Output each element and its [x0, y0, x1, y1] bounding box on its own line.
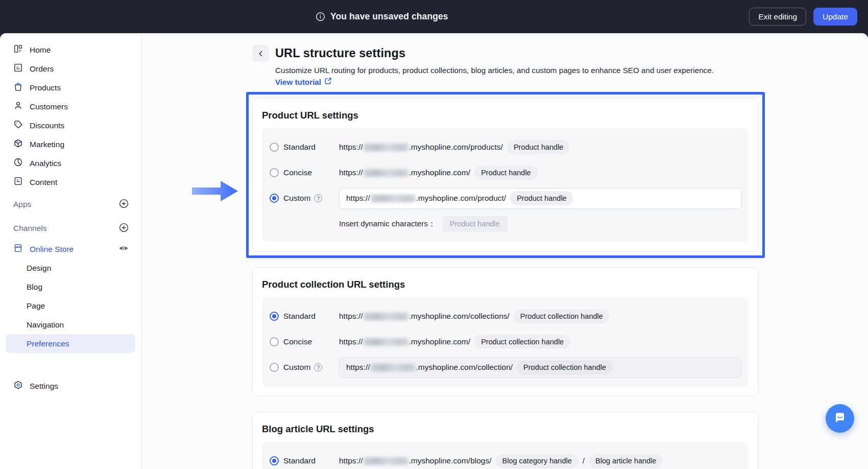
option-label: Concise — [283, 168, 312, 177]
update-button[interactable]: Update — [813, 8, 857, 26]
url-suffix: .myshopline.com/ — [409, 337, 471, 346]
sidebar-item-discounts[interactable]: Discounts — [0, 116, 141, 135]
storefront-icon — [13, 243, 23, 255]
collection-concise-row: Concise https:// .myshopline.com/ Produc… — [270, 329, 742, 355]
sidebar-item-label: Orders — [30, 64, 54, 74]
blog-category-handle-chip: Blog category handle — [496, 454, 578, 468]
blurred-store-name — [364, 457, 408, 465]
insert-dynamic-characters-row: Insert dynamic characters： Product handl… — [339, 213, 742, 235]
topbar: You have unsaved changes Exit editing Up… — [0, 0, 868, 33]
sidebar-section-channels[interactable]: Channels — [0, 217, 141, 240]
product-handle-chip: Product handle — [474, 166, 538, 180]
product-custom-url-input[interactable]: https:// .myshopline.com/product/ Produc… — [339, 188, 742, 209]
sidebar-item-customers[interactable]: Customers — [0, 97, 141, 116]
url-suffix: .myshopline.com/blogs/ — [409, 456, 492, 465]
sidebar-item-label: Analytics — [30, 159, 61, 168]
sub-item-label: Page — [27, 301, 45, 311]
sub-item-label: Blog — [27, 283, 42, 292]
url-prefix: https:// — [346, 194, 370, 203]
blog-url-options-panel: Standard https:// .myshopline.com/blogs/… — [262, 441, 748, 469]
blurred-store-name — [364, 144, 408, 151]
url-prefix: https:// — [339, 337, 363, 346]
product-handle-chip: Product handle — [507, 140, 570, 154]
sidebar-item-page[interactable]: Page — [6, 296, 135, 315]
chip-separator: / — [583, 456, 585, 465]
chat-widget-button[interactable] — [826, 404, 854, 433]
sub-item-label: Navigation — [27, 320, 64, 330]
product-url-options-panel: Standard https:// .myshopline.com/produc… — [262, 128, 748, 242]
sidebar-item-analytics[interactable]: Analytics — [0, 154, 141, 173]
external-link-icon — [324, 77, 332, 87]
annotation-highlight-box: Product URL settings Standard https:// .… — [246, 92, 765, 258]
blog-article-handle-chip: Blog article handle — [589, 454, 663, 468]
help-icon[interactable]: ? — [314, 363, 322, 371]
apps-label: Apps — [13, 200, 31, 209]
sidebar-item-navigation[interactable]: Navigation — [6, 315, 135, 334]
plus-icon[interactable] — [119, 199, 129, 210]
collection-custom-radio[interactable] — [270, 363, 279, 372]
sidebar-item-products[interactable]: Products — [0, 78, 141, 97]
page-description: Customize URL routing for products, prod… — [275, 66, 868, 75]
collection-handle-chip: Product collection handle — [514, 309, 610, 323]
tutorial-link-row[interactable]: View tutorial — [275, 77, 868, 87]
option-label: Concise — [283, 337, 312, 346]
sidebar-item-preferences[interactable]: Preferences — [6, 334, 135, 353]
main-content: URL structure settings Customize URL rou… — [142, 33, 868, 469]
product-concise-radio[interactable] — [270, 168, 279, 177]
url-prefix: https:// — [339, 168, 363, 177]
option-label: Standard — [283, 143, 316, 152]
collection-handle-chip: Product collection handle — [517, 360, 613, 374]
unsaved-changes-banner: You have unsaved changes — [316, 0, 448, 33]
collection-url-settings-card: Product collection URL settings Standard… — [252, 267, 759, 396]
help-icon[interactable]: ? — [314, 194, 322, 202]
banner-text: You have unsaved changes — [330, 11, 448, 22]
sidebar-item-settings[interactable]: Settings — [0, 377, 141, 395]
url-suffix: .myshopline.com/collection/ — [416, 363, 513, 372]
sidebar-item-label: Products — [30, 83, 61, 92]
insert-product-handle-button[interactable]: Product handle — [442, 216, 508, 232]
sidebar-item-orders[interactable]: Orders — [0, 59, 141, 78]
orders-icon — [13, 63, 23, 75]
sidebar-item-content[interactable]: Content — [0, 173, 141, 192]
exit-editing-button[interactable]: Exit editing — [749, 8, 806, 26]
view-tutorial-link[interactable]: View tutorial — [275, 78, 321, 86]
sidebar-item-online-store[interactable]: Online Store — [0, 240, 141, 259]
collection-standard-radio[interactable] — [270, 312, 279, 321]
url-prefix: https:// — [339, 143, 363, 152]
url-suffix: .myshopline.com/product/ — [416, 194, 507, 203]
sidebar-item-label: Discounts — [30, 121, 64, 130]
customers-icon — [13, 101, 23, 112]
insert-label: Insert dynamic characters： — [339, 219, 436, 229]
sidebar-item-label: Marketing — [30, 140, 64, 149]
product-custom-row: Custom ? https:// .myshopline.com/produc… — [270, 185, 742, 211]
collection-concise-radio[interactable] — [270, 337, 279, 346]
marketing-icon — [13, 138, 23, 150]
collection-custom-url-input[interactable]: https:// .myshopline.com/collection/ Pro… — [339, 357, 742, 378]
product-standard-radio[interactable] — [270, 143, 279, 152]
back-button[interactable] — [252, 45, 269, 62]
product-standard-row: Standard https:// .myshopline.com/produc… — [270, 134, 742, 160]
collection-standard-row: Standard https:// .myshopline.com/collec… — [270, 303, 742, 329]
collection-url-options-panel: Standard https:// .myshopline.com/collec… — [262, 297, 748, 387]
blog-standard-radio[interactable] — [270, 456, 279, 465]
url-suffix: .myshopline.com/ — [409, 168, 471, 177]
sidebar-item-blog[interactable]: Blog — [6, 277, 135, 296]
sidebar-item-label: Settings — [30, 382, 58, 391]
eye-icon[interactable] — [118, 243, 129, 255]
option-label: Standard — [283, 312, 316, 321]
card-title: Product collection URL settings — [262, 279, 748, 290]
sidebar-item-home[interactable]: Home — [0, 40, 141, 59]
sidebar-item-marketing[interactable]: Marketing — [0, 135, 141, 154]
product-handle-chip: Product handle — [510, 191, 573, 205]
card-title: Product URL settings — [262, 110, 748, 121]
product-custom-radio[interactable] — [270, 194, 279, 203]
analytics-icon — [13, 157, 23, 169]
blurred-store-name — [364, 313, 408, 320]
blog-url-settings-card: Blog article URL settings Standard https… — [252, 412, 759, 469]
url-prefix: https:// — [346, 363, 370, 372]
plus-icon[interactable] — [119, 223, 129, 235]
sidebar-item-label: Customers — [30, 102, 68, 111]
sidebar-section-apps[interactable]: Apps — [0, 193, 141, 216]
product-url-settings-card: Product URL settings Standard https:// .… — [252, 98, 759, 252]
sidebar-item-design[interactable]: Design — [6, 259, 135, 277]
